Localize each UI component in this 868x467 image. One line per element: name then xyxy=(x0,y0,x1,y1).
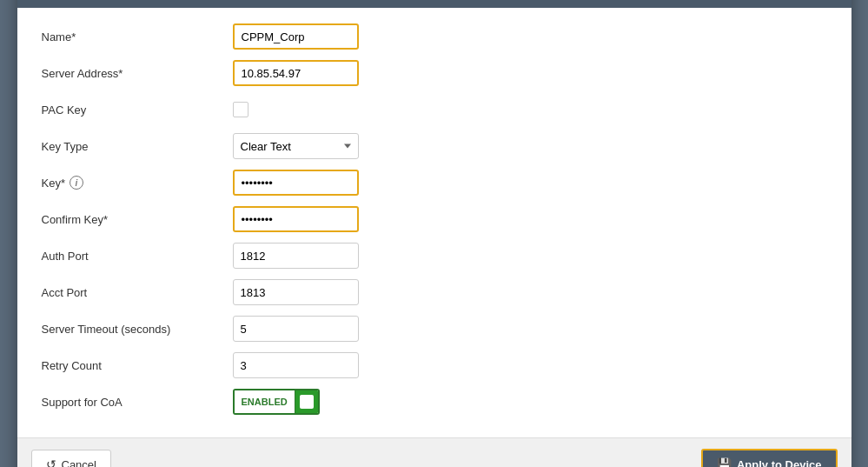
cancel-label: Cancel xyxy=(62,458,96,468)
name-row: Name* xyxy=(42,23,827,50)
toggle-switch xyxy=(295,390,318,413)
confirm-key-row: Confirm Key* xyxy=(42,206,827,232)
apply-label: Apply to Device xyxy=(737,458,822,468)
dialog-header: Create AAA Radius Server × xyxy=(17,0,851,8)
cancel-button[interactable]: ↺ Cancel xyxy=(31,450,111,467)
support-coa-row: Support for CoA ENABLED xyxy=(42,389,827,415)
retry-count-input[interactable] xyxy=(233,352,359,378)
server-timeout-input[interactable] xyxy=(233,316,359,342)
undo-icon: ↺ xyxy=(46,457,56,467)
server-address-label: Server Address* xyxy=(42,67,233,80)
dialog-body: Name* Server Address* PAC Key Key Type C… xyxy=(17,8,851,437)
key-type-select[interactable]: Clear Text Encrypted xyxy=(233,133,359,159)
acct-port-label: Acct Port xyxy=(42,286,233,299)
name-label: Name* xyxy=(42,30,233,43)
key-info-icon: i xyxy=(70,176,83,190)
confirm-key-input[interactable] xyxy=(233,206,359,232)
retry-count-row: Retry Count xyxy=(42,352,827,378)
retry-count-label: Retry Count xyxy=(42,359,233,372)
dialog-footer: ↺ Cancel 💾 Apply to Device xyxy=(17,437,851,467)
confirm-key-label: Confirm Key* xyxy=(42,213,233,226)
toggle-switch-inner xyxy=(300,395,314,409)
server-timeout-row: Server Timeout (seconds) xyxy=(42,316,827,342)
pac-key-label: PAC Key xyxy=(42,103,233,117)
create-aaa-dialog: Create AAA Radius Server × Name* Server … xyxy=(17,0,851,467)
key-row: Key* i xyxy=(42,170,827,196)
support-coa-toggle[interactable]: ENABLED xyxy=(233,389,320,415)
pac-key-row: PAC Key xyxy=(42,97,827,123)
server-address-input[interactable] xyxy=(233,60,359,86)
server-address-row: Server Address* xyxy=(42,60,827,86)
toggle-label-text: ENABLED xyxy=(235,390,295,413)
key-type-row: Key Type Clear Text Encrypted xyxy=(42,133,827,159)
support-coa-label: Support for CoA xyxy=(42,396,233,409)
key-label: Key* i xyxy=(42,176,233,190)
apply-to-device-button[interactable]: 💾 Apply to Device xyxy=(701,449,838,467)
auth-port-label: Auth Port xyxy=(42,250,233,263)
auth-port-row: Auth Port xyxy=(42,243,827,269)
save-icon: 💾 xyxy=(717,457,732,467)
acct-port-input[interactable] xyxy=(233,279,359,305)
name-input[interactable] xyxy=(233,23,359,50)
acct-port-row: Acct Port xyxy=(42,279,827,305)
server-timeout-label: Server Timeout (seconds) xyxy=(42,323,233,336)
auth-port-input[interactable] xyxy=(233,243,359,269)
key-type-label: Key Type xyxy=(42,140,233,153)
key-input[interactable] xyxy=(233,170,359,196)
pac-key-checkbox[interactable] xyxy=(233,102,248,117)
